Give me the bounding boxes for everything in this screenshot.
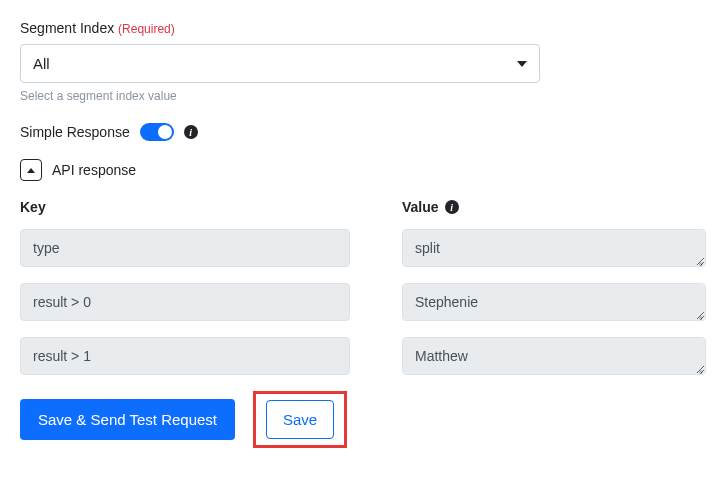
simple-response-toggle[interactable] [140,123,174,141]
resize-handle-icon [695,310,703,318]
kv-row: result > 1 Matthew [20,337,706,375]
value-text: Stephenie [415,294,478,310]
segment-index-select[interactable]: All [20,44,540,83]
key-column-header: Key [20,199,402,215]
value-cell[interactable]: Stephenie [402,283,706,321]
api-response-title: API response [52,162,136,178]
key-cell[interactable]: result > 1 [20,337,350,375]
save-and-send-button[interactable]: Save & Send Test Request [20,399,235,440]
chevron-up-icon [27,168,35,173]
value-text: Matthew [415,348,468,364]
collapse-button[interactable] [20,159,42,181]
simple-response-label: Simple Response [20,124,130,140]
value-cell[interactable]: split [402,229,706,267]
save-button[interactable]: Save [266,400,334,439]
highlight-annotation: Save [253,391,347,448]
key-cell[interactable]: type [20,229,350,267]
segment-index-label-text: Segment Index [20,20,114,36]
chevron-down-icon [517,61,527,67]
kv-row: result > 0 Stephenie [20,283,706,321]
kv-row: type split [20,229,706,267]
value-cell[interactable]: Matthew [402,337,706,375]
required-tag: (Required) [118,22,175,36]
info-icon[interactable]: i [445,200,459,214]
info-icon[interactable]: i [184,125,198,139]
segment-index-helper: Select a segment index value [20,89,706,103]
resize-handle-icon [695,256,703,264]
segment-index-label: Segment Index (Required) [20,20,706,36]
value-column-header: Value [402,199,439,215]
resize-handle-icon [695,364,703,372]
toggle-knob [158,125,172,139]
value-text: split [415,240,440,256]
segment-index-value: All [33,55,50,72]
key-cell[interactable]: result > 0 [20,283,350,321]
